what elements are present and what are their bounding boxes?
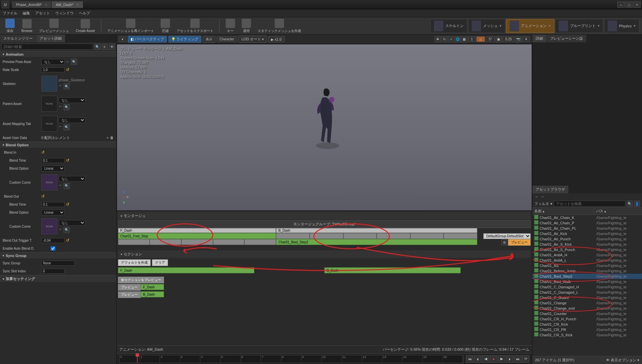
step-back-button[interactable]: ⏴ <box>474 355 481 363</box>
mode-mesh[interactable]: メッシュ▾ <box>468 19 505 33</box>
anim-clip-bwd[interactable]: Char01_Bwd_Step2 <box>276 239 477 245</box>
slot-dropdown[interactable]: DefaultGroup.DefaultSlot <box>483 233 531 239</box>
asset-row[interactable]: Char01_Air_S_Punch/Game/Fighting_te <box>532 247 642 252</box>
record-button[interactable]: ● <box>490 355 497 363</box>
asset-row[interactable]: Char01_CR_H_Punch/Game/Fighting_te <box>532 316 642 322</box>
asset-row[interactable]: Char01_Air_Chain_K/Game/Fighting_te <box>532 215 642 220</box>
asset-row[interactable]: Char01_Bwd_Walk/Game/Fighting_te <box>532 279 642 284</box>
tab-details[interactable]: 詳細 <box>532 35 547 42</box>
asset-row[interactable]: Char01_C_Guard/Game/Fighting_te <box>532 295 642 300</box>
search-icon[interactable]: 🔍 <box>94 44 100 50</box>
section-chip-f[interactable]: F_Dash <box>141 284 164 290</box>
arrow-left-icon[interactable]: ← <box>59 83 62 89</box>
preview-section-button[interactable]: プレビュー <box>118 284 141 291</box>
menu-edit[interactable]: 編集 <box>23 11 30 16</box>
mapping-thumbnail[interactable]: None <box>41 116 57 132</box>
mode-blueprint[interactable]: ブループリント▾ <box>555 19 603 33</box>
lighting-button[interactable]: 💡 ライティング <box>168 36 201 43</box>
tab-asset-browser[interactable]: アセットブラウザ <box>532 186 569 193</box>
asset-row[interactable]: Char01_C_Damaged_H/Game/Fighting_te <box>532 284 642 290</box>
reset-icon[interactable]: ↺ <box>41 194 45 199</box>
preview-section-button[interactable]: プレビュー <box>118 291 141 298</box>
filter-icon[interactable]: ≡ <box>102 44 108 50</box>
arrow-left-icon[interactable]: ← <box>66 60 70 64</box>
close-icon[interactable]: × <box>45 3 47 7</box>
browse-icon[interactable]: 🔍 <box>64 124 70 130</box>
auto-blend-checkbox[interactable] <box>41 246 65 251</box>
blend-option-out-dropdown[interactable]: Linear <box>41 210 65 215</box>
play-button[interactable]: ▶ <box>498 355 505 363</box>
create-default-button[interactable]: デフォルトを作成 <box>118 259 151 266</box>
timeline-ruler[interactable]: 012345678910111213141516 <box>119 355 463 363</box>
asset-row[interactable]: Char01_Air_Chain_P/Game/Fighting_te <box>532 220 642 226</box>
reset-icon[interactable]: ↺ <box>66 158 69 163</box>
arrow-left-icon[interactable]: ← <box>59 104 62 110</box>
arrow-left-icon[interactable]: ← <box>59 227 62 233</box>
category-blend[interactable]: Blend Option <box>0 142 116 148</box>
asset-row[interactable]: Char01_CR_PR/Game/Fighting_te <box>532 327 642 332</box>
asset-row[interactable]: Char01_C_Damaged_L/Game/Fighting_te <box>532 290 642 295</box>
scale-snap[interactable]: 0.25 <box>502 36 515 42</box>
blend-time-out-input[interactable] <box>41 202 65 207</box>
chevron-down-icon[interactable]: ▾ <box>550 202 552 206</box>
lod-button[interactable]: LOD オート ▾ <box>238 36 266 43</box>
asset-list[interactable]: Char01_Air_Chain_K/Game/Fighting_teChar0… <box>532 215 642 356</box>
parent-dropdown[interactable]: なし <box>59 97 85 103</box>
browse-icon[interactable]: 🔍 <box>64 227 70 233</box>
speed-button[interactable]: ▶ x1.0 <box>268 36 285 42</box>
montage-header[interactable]: モンタージュ <box>118 212 531 220</box>
chevron-down-icon[interactable]: ▾ <box>549 24 551 28</box>
mode-skeleton[interactable]: スケルトン <box>430 19 467 33</box>
mapping-dropdown[interactable]: なし <box>59 117 85 123</box>
details-search-input[interactable] <box>1 44 93 50</box>
filter-label[interactable]: フィルタ <box>534 201 549 206</box>
mode-physics[interactable]: Physics▾ <box>604 19 639 33</box>
asset-row[interactable]: Char01_Before_Jump/Game/Fighting_te <box>532 268 642 274</box>
playhead[interactable] <box>137 355 138 363</box>
arrow-left-icon[interactable]: ← <box>59 183 62 189</box>
reimport-button[interactable]: アニメーションを再インポート <box>105 18 157 34</box>
character-button[interactable]: Character <box>217 36 237 42</box>
reset-icon[interactable]: ↺ <box>66 202 69 207</box>
section-link-b[interactable]: B_Dash <box>324 267 461 273</box>
section-b-dash[interactable]: B_Dash <box>276 228 477 233</box>
scale-snap-icon[interactable]: ▣ <box>496 36 502 42</box>
preview-button[interactable]: プレビュー <box>508 239 531 246</box>
rate-scale-input[interactable] <box>41 67 65 72</box>
menu-window[interactable]: ウィンドウ <box>55 11 74 16</box>
step-fwd-button[interactable]: ⏵ <box>506 355 513 363</box>
compress-button[interactable]: 圧縮 <box>158 18 173 34</box>
make-static-button[interactable]: スタティックメッシュを作成 <box>255 18 304 34</box>
blend-option-in-dropdown[interactable]: Linear <box>41 166 65 171</box>
browse-icon[interactable]: 🔍 <box>64 104 70 110</box>
perspective-button[interactable]: ◧ パースペクティブ <box>128 36 167 43</box>
browse-icon[interactable]: 🔍 <box>71 59 77 65</box>
reset-icon[interactable]: ↺ <box>41 150 45 155</box>
loop-button[interactable]: ⟳ <box>522 355 529 363</box>
asset-row[interactable]: Char01_AS/Game/Fighting_te <box>532 263 642 268</box>
section-chip-b[interactable]: B_Dash <box>141 291 164 297</box>
search-icon[interactable]: 🔍 <box>627 201 633 207</box>
sync-group-input[interactable] <box>41 261 75 266</box>
asset-row[interactable]: Char01_Air_Kick/Game/Fighting_te <box>532 231 642 236</box>
menu-file[interactable]: ファイル <box>3 11 17 16</box>
asset-row[interactable]: Char01_AntiA_H/Game/Fighting_te <box>532 252 642 258</box>
trash-icon[interactable]: 🗑 <box>110 136 114 140</box>
apply-button[interactable]: 適用 <box>239 18 254 34</box>
export-button[interactable]: アセットをエクスポート <box>174 18 216 34</box>
parent-thumbnail[interactable]: None <box>41 96 57 112</box>
curve-dropdown[interactable]: なし <box>59 220 85 226</box>
angle-snap-icon[interactable]: △ <box>476 36 485 42</box>
create-asset-button[interactable]: Create Asset <box>73 18 97 33</box>
tab-preview-scene[interactable]: プレビューシーン設 <box>547 35 587 42</box>
preview-mesh-button[interactable]: プレビューメッシュ <box>36 18 72 34</box>
save-button[interactable]: 保存 <box>3 18 17 34</box>
rotate-tool-icon[interactable]: ↻ <box>441 36 447 42</box>
show-button[interactable]: 表示 <box>203 36 215 43</box>
chevron-down-icon[interactable]: ▾ <box>598 24 600 28</box>
column-name[interactable]: 名前 ▴ <box>532 208 594 215</box>
asset-row[interactable]: Char01_Change_end/Game/Fighting_te <box>532 306 642 311</box>
chevron-down-icon[interactable]: ▾ <box>634 24 636 28</box>
blend-time-in-input[interactable] <box>41 158 65 163</box>
anim-clip-fwd[interactable]: Char01_Fwd_Step <box>118 233 276 239</box>
